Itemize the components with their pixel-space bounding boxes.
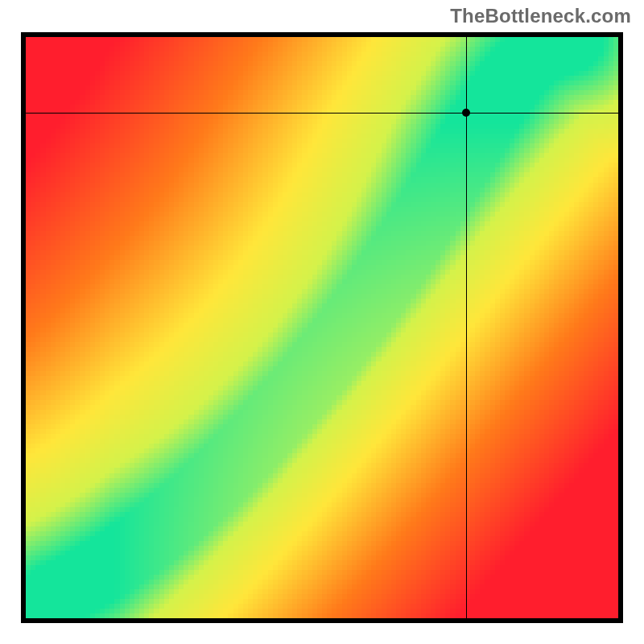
plot-area [26, 37, 618, 618]
marker-dot [462, 109, 470, 117]
plot-frame [21, 32, 623, 623]
watermark-text: TheBottleneck.com [450, 5, 631, 27]
heatmap-canvas [26, 37, 618, 618]
crosshair-vertical [466, 37, 467, 618]
stage: TheBottleneck.com [0, 0, 644, 644]
crosshair-horizontal [26, 113, 618, 114]
